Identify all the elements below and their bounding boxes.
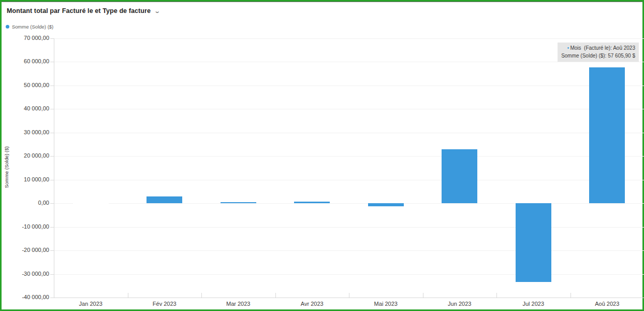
plot-area: 70 000,0060 000,0050 000,0040 000,0030 0… xyxy=(2,2,642,309)
y-axis-tick xyxy=(50,133,54,133)
tooltip-line-2: Somme (Solde) ($): 57 605,90 $ xyxy=(561,52,635,60)
x-tick-label: Jan 2023 xyxy=(54,301,128,307)
y-tick-label: 0,00 xyxy=(6,200,49,206)
x-axis-line xyxy=(54,298,644,298)
x-tick-label: Mar 2023 xyxy=(201,301,275,307)
bar-jul-2023[interactable] xyxy=(516,203,551,282)
y-axis-tick xyxy=(50,227,54,228)
gridline xyxy=(54,180,644,180)
x-axis-tick xyxy=(496,293,497,298)
gridline xyxy=(54,86,644,86)
bar-mar-2023[interactable] xyxy=(221,202,256,203)
y-axis-tick xyxy=(50,156,54,157)
y-axis-tick xyxy=(50,180,54,180)
tooltip: •Mois (Facturé le): Aoû 2023 Somme (Sold… xyxy=(558,43,639,62)
y-axis-tick xyxy=(50,38,54,39)
x-tick-label: Avr 2023 xyxy=(275,301,349,307)
x-axis-tick xyxy=(349,293,349,298)
y-axis-tick xyxy=(50,274,54,275)
y-tick-label: 10 000,00 xyxy=(6,176,49,182)
y-axis-tick xyxy=(50,109,54,109)
x-axis-tick xyxy=(201,293,202,298)
y-axis-tick xyxy=(50,86,54,86)
y-tick-label: -10 000,00 xyxy=(6,223,49,230)
y-axis-line xyxy=(54,38,54,298)
x-tick-label: Jun 2023 xyxy=(423,301,497,307)
y-tick-label: -30 000,00 xyxy=(6,271,49,277)
x-axis-tick xyxy=(423,293,423,298)
y-tick-label: -20 000,00 xyxy=(6,247,49,253)
gridline xyxy=(54,109,644,109)
bar-mai-2023[interactable] xyxy=(368,203,404,206)
y-tick-label: 20 000,00 xyxy=(6,152,49,159)
y-axis-tick xyxy=(50,203,54,204)
x-axis-tick xyxy=(54,293,54,298)
bar-avr-2023[interactable] xyxy=(294,202,330,204)
y-tick-label: 30 000,00 xyxy=(6,129,49,135)
tooltip-bullet-icon: • xyxy=(567,45,569,51)
gridline xyxy=(54,203,644,204)
y-axis-tick xyxy=(50,250,54,251)
gridline xyxy=(54,133,644,133)
y-axis-tick xyxy=(50,62,54,62)
bar-aoû-2023[interactable] xyxy=(589,67,625,203)
y-tick-label: -40 000,00 xyxy=(6,294,49,300)
y-tick-label: 50 000,00 xyxy=(6,82,49,88)
y-tick-label: 40 000,00 xyxy=(6,105,49,111)
y-tick-label: 70 000,00 xyxy=(6,35,49,41)
x-tick-label: Fév 2023 xyxy=(128,301,202,307)
bar-jun-2023[interactable] xyxy=(442,149,477,204)
gridline xyxy=(54,156,644,157)
gridline xyxy=(54,38,644,39)
gridline xyxy=(54,62,644,62)
gridline xyxy=(54,274,644,275)
x-axis-tick xyxy=(128,293,128,298)
gridline xyxy=(54,227,644,228)
y-axis-tick xyxy=(50,298,54,298)
x-tick-label: Jul 2023 xyxy=(496,301,570,307)
bar-fév-2023[interactable] xyxy=(147,196,182,204)
bar-jan-2023[interactable] xyxy=(73,203,109,204)
chart-visual-frame: Montant total par Facturé le et Type de … xyxy=(0,0,644,311)
x-tick-label: Mai 2023 xyxy=(349,301,423,307)
x-axis-tick xyxy=(275,293,276,298)
x-tick-label: Aoû 2023 xyxy=(570,301,644,307)
gridline xyxy=(54,250,644,251)
x-axis-tick xyxy=(570,293,571,298)
tooltip-line-1: •Mois (Facturé le): Aoû 2023 xyxy=(561,44,635,52)
y-tick-label: 60 000,00 xyxy=(6,58,49,64)
